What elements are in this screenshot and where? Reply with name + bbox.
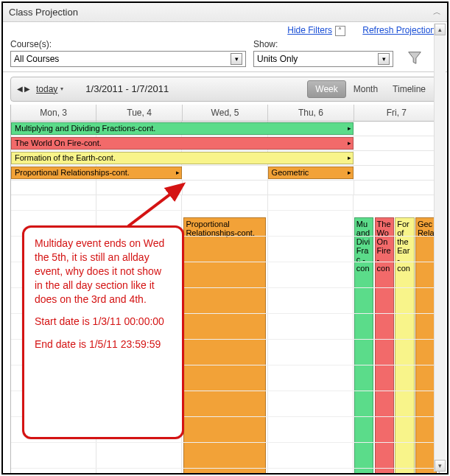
prev-button[interactable]: ◀: [17, 85, 23, 93]
chevron-down-icon: ▾: [231, 53, 242, 65]
panel-title: Class Projection: [9, 7, 78, 18]
callout-text: End date is 1/5/11 23:59:59: [35, 337, 172, 351]
filter-funnel-icon[interactable]: [405, 48, 424, 67]
panel-titlebar: Class Projection ︿: [3, 3, 447, 22]
course-value: All Courses: [14, 54, 59, 64]
time-column-thu: [268, 195, 354, 475]
date-range: 1/3/2011 - 1/7/2011: [85, 83, 307, 94]
time-column-wed: Proportional Relationships-cont.: [182, 195, 267, 475]
annotation-arrow-icon: [121, 178, 194, 230]
show-label: Show:: [253, 39, 393, 49]
allday-section: Multiplying and Dividing Fractions-cont.…: [10, 122, 440, 195]
allday-event[interactable]: Proportional Relationships-cont.▸: [11, 167, 182, 179]
day-header: Wed, 5: [183, 105, 268, 121]
time-column-fri: Mu and Divi Frac - con The Wo On Fire - …: [354, 195, 439, 475]
hide-filters-toggle[interactable]: ˄: [335, 26, 345, 36]
annotation-callout: Multiday event ends on Wed the 5th, it i…: [22, 225, 184, 439]
day-header: Mon, 3: [11, 105, 96, 121]
hide-filters-link[interactable]: Hide Filters: [287, 25, 332, 35]
view-timeline-button[interactable]: Timeline: [385, 81, 433, 97]
day-header: Thu, 6: [268, 105, 354, 121]
callout-text: Start date is 1/3/11 00:00:00: [35, 315, 172, 329]
time-event[interactable]: Mu and Divi Frac - con: [354, 217, 373, 475]
scroll-up-button[interactable]: ▴: [435, 24, 446, 35]
next-button[interactable]: ▶: [24, 85, 30, 93]
class-projection-panel: Class Projection ︿ Hide Filters˄ Refresh…: [1, 1, 449, 475]
course-select[interactable]: All Courses ▾: [10, 51, 246, 67]
scroll-down-button[interactable]: ▾: [435, 460, 446, 472]
time-event[interactable]: For of the Ear - con: [395, 217, 414, 475]
view-week-button[interactable]: Week: [307, 80, 345, 98]
callout-text: Multiday event ends on Wed the 5th, it i…: [35, 237, 172, 306]
allday-event[interactable]: Formation of the Earth-cont.▸: [11, 152, 354, 164]
chevron-down-icon: ▾: [378, 53, 390, 65]
course-label: Course(s):: [10, 39, 246, 49]
show-value: Units Only: [257, 54, 298, 64]
time-event[interactable]: Proportional Relationships-cont.: [183, 217, 265, 475]
collapse-icon[interactable]: ︿: [433, 7, 441, 18]
day-header: Fri, 7: [354, 105, 439, 121]
day-header: Tue, 4: [96, 105, 182, 121]
today-dropdown-icon[interactable]: ▾: [60, 85, 63, 92]
allday-event[interactable]: Geometric▸: [268, 167, 354, 179]
refresh-projections-link[interactable]: Refresh Projections: [362, 25, 440, 35]
view-month-button[interactable]: Month: [346, 81, 385, 97]
allday-event[interactable]: The World On Fire-cont.▸: [11, 137, 354, 150]
time-event[interactable]: The Wo On Fire - con: [375, 217, 394, 475]
continue-arrow-icon: ▸: [176, 169, 180, 176]
calendar-toolbar: ◀ ▶ today ▾ 1/3/2011 - 1/7/2011 Week Mon…: [10, 77, 440, 102]
vertical-scrollbar[interactable]: ▴ ▾: [434, 24, 446, 472]
allday-event[interactable]: Multiplying and Dividing Fractions-cont.…: [11, 122, 354, 135]
day-header-row: Mon, 3 Tue, 4 Wed, 5 Thu, 6 Fri, 7: [10, 105, 440, 122]
continue-arrow-icon: ▸: [348, 154, 351, 161]
continue-arrow-icon: ▸: [348, 139, 351, 147]
svg-line-0: [128, 184, 183, 226]
show-select[interactable]: Units Only ▾: [253, 51, 393, 67]
today-button[interactable]: today: [36, 84, 57, 94]
continue-arrow-icon: ▸: [348, 169, 351, 176]
filter-bar: Hide Filters˄ Refresh Projections Course…: [3, 22, 447, 72]
continue-arrow-icon: ▸: [348, 125, 351, 132]
